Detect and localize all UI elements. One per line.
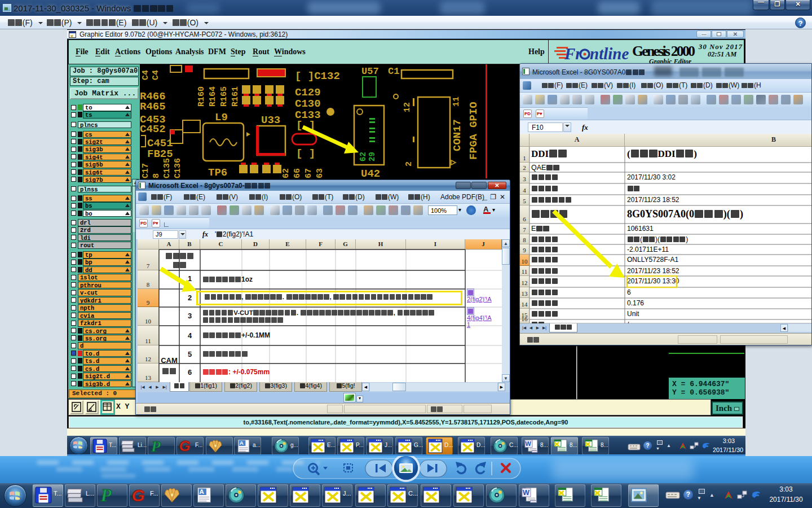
svg-text:2: 2 — [404, 161, 414, 167]
svg-text:C129: C129 — [295, 86, 321, 99]
svg-text:67: 67 — [304, 168, 314, 178]
svg-text:U57: U57 — [361, 66, 379, 77]
svg-text:C4: C4 — [151, 70, 161, 80]
svg-text:C1: C1 — [388, 66, 399, 77]
svg-text:C4: C4 — [141, 70, 151, 80]
svg-text:FPGA GPIO: FPGA GPIO — [467, 102, 480, 160]
svg-text:X = 6.944637": X = 6.944637" — [672, 380, 729, 388]
svg-text:C17: C17 — [141, 163, 151, 178]
svg-text:G: G — [132, 487, 145, 503]
svg-text:R164: R164 — [208, 86, 218, 107]
svg-text:W: W — [523, 489, 529, 497]
svg-text:62: 62 — [281, 168, 291, 178]
svg-text:30 Nov 2017: 30 Nov 2017 — [698, 43, 743, 51]
svg-text:A: A — [240, 440, 244, 446]
svg-text:CON17: CON17 — [451, 119, 464, 151]
svg-text:P: P — [100, 487, 112, 503]
svg-text:8: 8 — [152, 173, 161, 178]
svg-text:L9: L9 — [215, 111, 228, 124]
svg-text:G: G — [179, 439, 191, 453]
svg-text:R465: R465 — [140, 100, 166, 113]
svg-text:Genesis 2000: Genesis 2000 — [632, 43, 695, 59]
svg-text:TP6: TP6 — [208, 167, 227, 179]
svg-text:R160: R160 — [197, 86, 206, 107]
svg-text:C136: C136 — [173, 158, 183, 178]
svg-text:29: 29 — [368, 152, 377, 161]
svg-text:12: 12 — [403, 102, 412, 112]
svg-text:A: A — [200, 488, 204, 495]
svg-text:Y = 0.656938": Y = 0.656938" — [672, 388, 729, 397]
svg-text:C130: C130 — [295, 98, 321, 110]
svg-text:[ ]: [ ] — [296, 147, 315, 160]
svg-text:R165: R165 — [219, 86, 229, 107]
svg-text:U42: U42 — [361, 168, 380, 180]
svg-text:W: W — [526, 440, 532, 447]
svg-text:R161: R161 — [231, 86, 240, 107]
svg-text:02:51 AM: 02:51 AM — [708, 50, 737, 58]
svg-text:C135: C135 — [162, 158, 172, 178]
svg-text:62: 62 — [359, 152, 368, 161]
svg-text:[ ]C132: [ ]C132 — [295, 70, 340, 82]
svg-text:11: 11 — [452, 97, 461, 107]
svg-text:63: 63 — [315, 168, 325, 178]
svg-text:66: 66 — [293, 168, 302, 178]
svg-text:P: P — [151, 439, 161, 453]
svg-text:ntline: ntline — [590, 45, 629, 63]
svg-text:U33: U33 — [261, 114, 280, 126]
svg-text:C452: C452 — [140, 123, 166, 135]
